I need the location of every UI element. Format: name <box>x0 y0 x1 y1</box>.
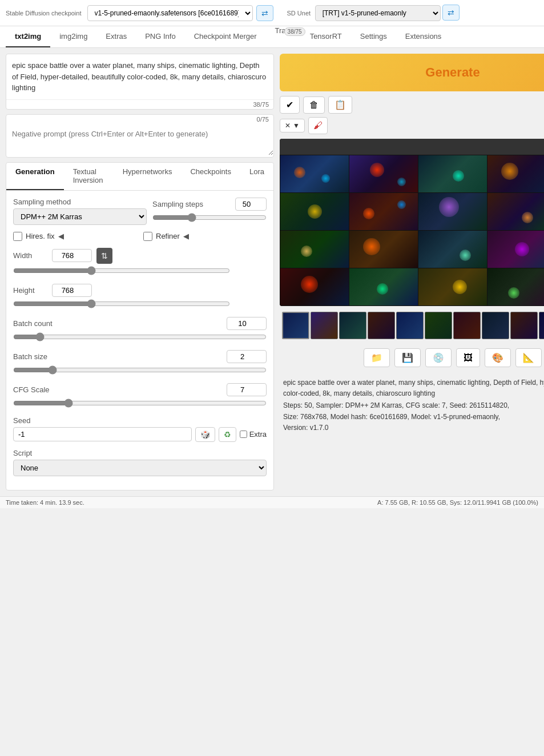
batch-count-slider[interactable] <box>13 332 267 341</box>
batch-size-slider[interactable] <box>13 365 267 375</box>
extra-checkbox[interactable] <box>240 431 247 438</box>
hires-fix-checkbox[interactable] <box>13 232 22 241</box>
subtab-lora[interactable]: Lora <box>240 163 273 190</box>
right-panel: Generate ✔ 🗑 📋 ✕ ▼ 🖌 ↓ ✕ <box>280 54 544 490</box>
grid-cell-9[interactable] <box>487 193 544 230</box>
x-bar: ✕ ▼ 🖌 <box>280 117 544 134</box>
sampling-steps-input[interactable] <box>235 198 267 211</box>
hires-refiner-row: Hires. fix ◀ Refiner ◀ <box>13 232 267 241</box>
save-copy-button[interactable]: 💿 <box>425 348 452 367</box>
grid-cell-12[interactable] <box>349 231 418 268</box>
image-info-steps: Steps: 50, Sampler: DPM++ 2M Karras, CFG… <box>283 400 544 411</box>
thumbnail-5[interactable] <box>396 312 424 339</box>
script-select[interactable]: None <box>13 460 267 476</box>
grid-cell-19[interactable] <box>487 268 544 305</box>
positive-prompt-counter: 38/75 <box>6 99 273 109</box>
width-label: Width <box>13 251 47 260</box>
image-output-area: ↓ ✕ <box>280 139 544 306</box>
image-grid <box>280 155 544 306</box>
width-input[interactable] <box>52 249 92 262</box>
sd-unet-refresh-button[interactable]: ⇄ <box>442 5 460 21</box>
train-tab-container: Train 38/75 <box>266 26 301 47</box>
inpaint-button[interactable]: 🎨 <box>485 348 511 367</box>
grid-cell-11[interactable] <box>280 231 349 268</box>
seed-dice-button[interactable]: 🎲 <box>195 427 215 442</box>
tab-extras[interactable]: Extras <box>96 26 136 47</box>
sampling-row: Sampling method DPM++ 2M Karras Sampling… <box>13 198 267 225</box>
thumbnail-10[interactable] <box>539 312 544 339</box>
extras-button[interactable]: 📐 <box>515 348 542 367</box>
batch-count-header: Batch count <box>13 317 267 330</box>
grid-cell-16[interactable] <box>280 268 349 305</box>
sampling-steps-label: Sampling steps <box>152 200 203 208</box>
sd-unet-select[interactable]: [TRT] v1-5-pruned-emaonly <box>315 5 441 21</box>
grid-cell-2[interactable] <box>349 155 418 192</box>
thumbnail-8[interactable] <box>482 312 509 339</box>
grid-cell-1[interactable] <box>280 155 349 192</box>
thumbnail-4[interactable] <box>368 312 395 339</box>
tab-checkpoint-merger[interactable]: Checkpoint Merger <box>185 26 266 47</box>
batch-size-input[interactable] <box>227 350 267 363</box>
refiner-checkbox[interactable] <box>143 232 152 241</box>
cfg-scale-input[interactable] <box>227 383 267 396</box>
tab-pnginfo[interactable]: PNG Info <box>136 26 184 47</box>
open-folder-button[interactable]: 📁 <box>364 348 390 367</box>
negative-prompt-input[interactable] <box>6 124 273 155</box>
checkpoint-refresh-button[interactable]: ⇄ <box>256 5 273 21</box>
refiner-toggle[interactable]: ◀ <box>183 232 189 240</box>
grid-cell-18[interactable] <box>418 268 487 305</box>
width-slider[interactable] <box>13 266 230 275</box>
tab-tensorrt[interactable]: TensorRT <box>301 26 351 47</box>
send-image-button[interactable]: 🖼 <box>456 348 480 367</box>
cfg-scale-slider[interactable] <box>13 399 267 408</box>
hires-fix-toggle[interactable]: ◀ <box>58 232 64 240</box>
thumbnail-3[interactable] <box>339 312 366 339</box>
thumbnail-9[interactable] <box>510 312 538 339</box>
tab-img2img[interactable]: img2img <box>50 26 96 47</box>
subtab-textual-inversion[interactable]: Textual Inversion <box>64 163 114 190</box>
batch-count-input[interactable] <box>227 317 267 330</box>
grid-cell-8[interactable] <box>418 193 487 230</box>
tab-settings[interactable]: Settings <box>351 26 396 47</box>
x-arrow: ▼ <box>293 122 300 130</box>
save-button[interactable]: 💾 <box>394 348 421 367</box>
sampling-method-select[interactable]: DPM++ 2M Karras <box>13 208 147 225</box>
swap-dimensions-button[interactable]: ⇅ <box>96 248 112 264</box>
sampling-steps-header: Sampling steps <box>152 198 267 211</box>
subtab-hypernetworks[interactable]: Hypernetworks <box>114 163 182 190</box>
grid-cell-17[interactable] <box>349 268 418 305</box>
tab-txt2img[interactable]: txt2img <box>6 26 50 47</box>
refiner-label: Refiner <box>156 232 180 240</box>
subtab-generation[interactable]: Generation <box>6 163 64 190</box>
subtab-checkpoints[interactable]: Checkpoints <box>181 163 240 190</box>
height-slider[interactable] <box>13 299 230 308</box>
check-button[interactable]: ✔ <box>280 96 300 114</box>
height-label: Height <box>13 286 47 295</box>
paste-button[interactable]: 📋 <box>328 96 352 114</box>
thumbnail-7[interactable] <box>453 312 481 339</box>
sub-tabs-panel: Generation Textual Inversion Hypernetwor… <box>6 162 274 490</box>
grid-cell-3[interactable] <box>418 155 487 192</box>
grid-cell-7[interactable] <box>349 193 418 230</box>
trash-button[interactable]: 🗑 <box>303 96 325 114</box>
height-input[interactable] <box>52 284 92 297</box>
generate-button[interactable]: Generate <box>280 54 544 91</box>
seed-recycle-button[interactable]: ♻ <box>219 427 236 442</box>
thumbnail-1[interactable] <box>282 312 309 339</box>
grid-cell-6[interactable] <box>280 193 349 230</box>
batch-count-slider-row <box>13 332 267 343</box>
cfg-scale-slider-row <box>13 399 267 409</box>
seed-input[interactable] <box>13 427 192 441</box>
grid-cell-14[interactable] <box>487 231 544 268</box>
x-dropdown[interactable]: ✕ ▼ <box>280 119 305 132</box>
tab-extensions[interactable]: Extensions <box>396 26 451 47</box>
brush-button[interactable]: 🖌 <box>308 117 328 134</box>
checkpoint-select[interactable]: v1-5-pruned-emaonly.safetensors [6ce0161… <box>87 5 253 21</box>
grid-cell-4[interactable] <box>487 155 544 192</box>
thumbnail-6[interactable] <box>425 312 452 339</box>
checkpoint-label: Stable Diffusion checkpoint <box>6 10 82 17</box>
thumbnail-2[interactable] <box>311 312 338 339</box>
negative-prompt-area: 0/75 <box>6 114 274 158</box>
sampling-steps-slider[interactable] <box>152 213 267 222</box>
grid-cell-13[interactable] <box>418 231 487 268</box>
